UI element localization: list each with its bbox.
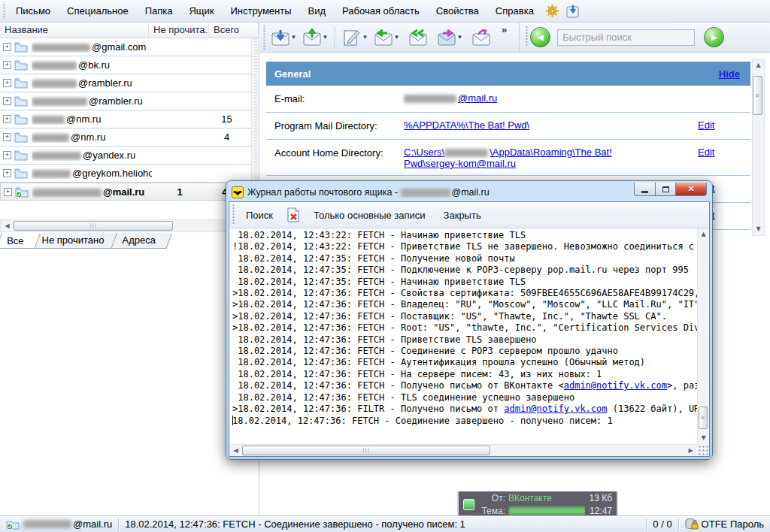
field-label: E-mail: — [274, 92, 404, 104]
account-row[interactable]: + @yandex.ru — [0, 147, 251, 165]
new-message-button[interactable]: ▼ — [339, 25, 371, 50]
menu-item[interactable]: Инструменты — [223, 1, 300, 22]
menu-bar-items: ПисьмоСпециальноеПапкаЯщикИнструментыВид… — [8, 1, 542, 22]
reply-button[interactable]: ▼ — [371, 25, 402, 50]
tree-horizontal-scrollbar[interactable]: ◀ ||| ▶ — [0, 219, 253, 232]
tab-inactive[interactable]: Адреса — [111, 233, 173, 249]
toolbar-overflow-chevron[interactable]: » — [497, 24, 511, 35]
new-mail-notification[interactable]: От: ВКонтакте 13 Кб Тема: оставил Вам л.… — [457, 491, 618, 517]
tree-expander-icon[interactable]: + — [3, 61, 11, 69]
dropdown-arrow-icon[interactable]: ▼ — [362, 34, 368, 41]
menu-item[interactable]: Ящик — [180, 1, 222, 22]
log-window-body: Поиск Только основные записи Закрыть 18.… — [229, 201, 710, 457]
column-header-unread[interactable]: Не прочита... — [149, 23, 209, 38]
menu-item[interactable]: Письмо — [8, 1, 59, 22]
forward-icon — [437, 29, 456, 47]
dropdown-arrow-icon[interactable]: ▼ — [323, 34, 329, 41]
log-lines[interactable]: 18.02.2014, 12:43:22: FETCH - Начинаю пр… — [229, 230, 697, 444]
dropdown-arrow-icon[interactable]: ▼ — [291, 34, 297, 41]
scroll-up-arrow-icon[interactable]: ▲ — [698, 228, 709, 240]
scroll-up-arrow-icon[interactable]: ▲ — [753, 59, 764, 71]
account-row[interactable]: + @nm.ru 15 — [0, 110, 251, 128]
log-email-link[interactable]: admin@notify.vk.com — [504, 404, 607, 414]
scrollbar-thumb[interactable]: ||| — [14, 221, 173, 231]
search-next-button[interactable]: ▶ — [704, 27, 724, 47]
redirect-button[interactable] — [465, 25, 497, 50]
dropdown-arrow-icon[interactable]: ▼ — [457, 34, 463, 41]
log-vertical-scrollbar[interactable]: ▲ ≡ ▼ — [697, 228, 709, 444]
tree-expander-icon[interactable]: + — [3, 115, 11, 123]
gear-icon[interactable] — [545, 4, 559, 18]
tree-expander-icon[interactable]: + — [3, 97, 11, 105]
tree-expander-icon[interactable]: + — [3, 151, 11, 159]
tree-expander-icon[interactable]: + — [3, 133, 11, 141]
quick-search-input[interactable] — [557, 29, 695, 46]
tree-expander-icon[interactable]: + — [3, 169, 11, 177]
tree-expander-icon[interactable]: + — [3, 79, 11, 87]
account-row[interactable]: + @gmail.com — [0, 38, 251, 56]
log-close-button[interactable]: Закрыть — [435, 210, 490, 221]
redacted-name — [32, 189, 102, 197]
account-row[interactable]: + @bk.ru — [0, 56, 251, 74]
program-mail-directory-link[interactable]: %APPDATA%\The Bat! Pwd\ — [404, 119, 529, 131]
scroll-down-arrow-icon[interactable]: ▼ — [753, 223, 764, 235]
search-prev-button[interactable]: ◀ — [530, 27, 550, 47]
account-name: @gmail.com — [32, 41, 152, 53]
log-horizontal-scrollbar[interactable]: ◀ ||| ▶ — [229, 444, 697, 456]
resize-grip[interactable] — [697, 444, 709, 456]
account-row[interactable]: + @mail.ru 1 45 — [0, 183, 251, 201]
account-row[interactable]: + @rambler.ru — [0, 74, 251, 92]
account-row[interactable]: + @nm.ru 4 — [0, 128, 251, 147]
left-arrow-icon: ◀ — [538, 33, 544, 41]
scrollbar-thumb[interactable]: ||| — [242, 446, 490, 455]
account-row[interactable]: + @greykom.heliohost.... — [0, 165, 251, 183]
edit-link[interactable]: Edit — [698, 147, 714, 158]
forward-button[interactable]: ▼ — [434, 25, 465, 50]
menu-item[interactable]: Справка — [487, 1, 542, 22]
account-row[interactable]: + @rambler.ru — [0, 92, 251, 110]
menu-item[interactable]: Свойства — [428, 1, 487, 22]
scroll-left-arrow-icon[interactable]: ◀ — [229, 445, 242, 456]
account-home-directory-link[interactable]: C:\Users\\AppData\Roaming\The Bat! Pwd\s… — [404, 147, 612, 169]
get-new-mail-button[interactable]: ▼ — [268, 25, 299, 50]
menu-item[interactable]: Специальное — [59, 1, 137, 22]
scroll-down-arrow-icon[interactable]: ▼ — [698, 432, 709, 444]
tree-expander-icon[interactable]: + — [4, 188, 12, 196]
log-search-button[interactable]: Поиск — [237, 210, 282, 221]
reply-all-button[interactable] — [402, 25, 434, 50]
log-main-entries-only-button[interactable]: Только основные записи — [305, 210, 435, 221]
menu-item[interactable]: Рабочая область — [334, 1, 428, 22]
tab-active[interactable]: Все — [0, 233, 41, 249]
toolbar-grip[interactable] — [262, 25, 266, 50]
dropdown-arrow-icon[interactable]: ▼ — [394, 34, 400, 41]
check-mail-icon[interactable] — [565, 4, 581, 19]
edit-link[interactable]: Edit — [698, 119, 714, 131]
tab-inactive[interactable]: Не прочитано — [31, 233, 122, 249]
email-value-link[interactable]: @mail.ru — [404, 92, 497, 104]
send-mail-button[interactable]: ▼ — [299, 25, 331, 50]
properties-vertical-scrollbar[interactable]: ▲ ≡ ▼ — [752, 59, 765, 236]
otfe-password-button[interactable]: OTFE Пароль — [679, 518, 770, 530]
minimize-button[interactable] — [634, 183, 656, 196]
menu-item[interactable]: Папка — [137, 1, 181, 22]
scrollbar-thumb[interactable]: ≡ — [753, 76, 762, 115]
column-header-total[interactable]: Всего — [209, 23, 259, 38]
status-account[interactable]: @mail.ru — [0, 518, 118, 530]
column-header-name[interactable]: Название — [0, 23, 149, 38]
toolbar-grip[interactable] — [232, 204, 235, 224]
scroll-left-arrow-icon[interactable]: ◀ — [1, 220, 14, 231]
log-window-titlebar[interactable]: Журнал работы почтового ящика - @mail.ru… — [229, 183, 710, 201]
hide-link[interactable]: Hide — [719, 68, 740, 80]
clear-log-icon[interactable] — [285, 207, 302, 223]
redacted-email — [404, 95, 456, 103]
scroll-right-arrow-icon[interactable]: ▶ — [684, 445, 697, 456]
toolbar-grip[interactable] — [2, 2, 6, 20]
maximize-button[interactable] — [656, 183, 676, 196]
toolbar-grip[interactable] — [525, 25, 529, 47]
close-button[interactable]: ✕ — [676, 183, 707, 196]
menu-item[interactable]: Вид — [300, 1, 335, 22]
scrollbar-thumb[interactable]: ≡ — [699, 407, 708, 429]
log-email-link[interactable]: admin@notify.vk.com — [564, 380, 667, 391]
account-total-count: 4 — [206, 131, 247, 143]
tree-expander-icon[interactable]: + — [3, 43, 11, 51]
